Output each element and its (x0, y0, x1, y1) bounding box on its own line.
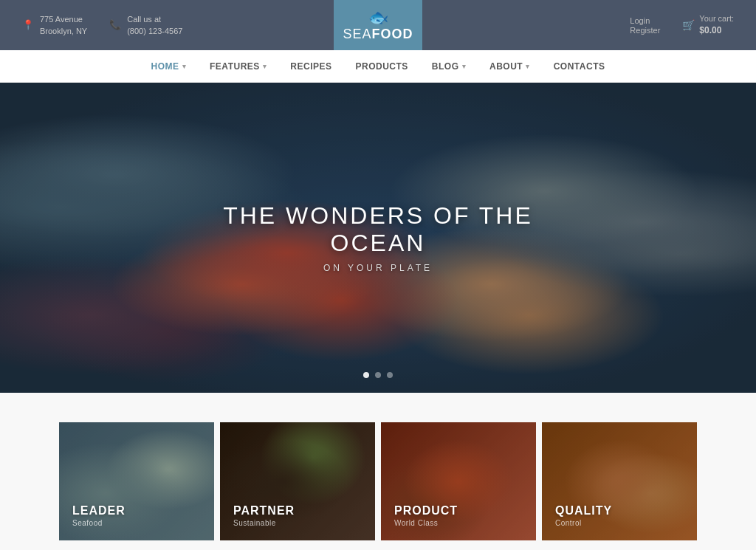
top-bar-right: Login Register 🛒 Your cart: $0.00 (630, 13, 734, 37)
nav-item-contacts[interactable]: CONTACTS (542, 50, 617, 83)
logo-text: SEAFOOD (343, 27, 413, 42)
card-title-partner: PARTNER (233, 504, 295, 518)
hero-dot-1[interactable] (363, 372, 369, 378)
card-sub-leader: Seafood (72, 519, 126, 527)
category-grid: LEADER Seafood PARTNER Sustainable PRODU… (59, 422, 697, 540)
cart-area[interactable]: 🛒 Your cart: $0.00 (682, 13, 734, 37)
card-content-partner: PARTNER Sustainable (233, 504, 295, 527)
card-sub-quality: Control (555, 519, 612, 527)
nav-item-home[interactable]: HOME ▾ (140, 50, 199, 83)
cart-price: $0.00 (699, 24, 734, 37)
nav-item-products[interactable]: PRODUCTS (344, 50, 420, 83)
hero-content: THE WONDERS OF THE OCEAN ON YOUR PLATE (189, 202, 567, 273)
nav-item-about[interactable]: ABOUT ▾ (478, 50, 542, 83)
category-card-product[interactable]: PRODUCT World Class (381, 422, 536, 540)
hero-subtitle: ON YOUR PLATE (189, 263, 567, 273)
address-line1: 775 Avenue (40, 13, 87, 26)
chevron-down-icon: ▾ (462, 63, 467, 70)
phone-info: 📞 Call us at (800) 123-4567 (109, 13, 182, 38)
nav-item-features[interactable]: FEATURES ▾ (198, 50, 278, 83)
card-sub-product: World Class (394, 519, 458, 527)
nav-bar: HOME ▾ FEATURES ▾ RECIPES PRODUCTS BLOG … (0, 50, 756, 83)
chevron-down-icon: ▾ (182, 63, 187, 70)
pin-icon: 📍 (22, 18, 34, 32)
phone-label: Call us at (127, 13, 182, 26)
chevron-down-icon: ▾ (263, 63, 267, 70)
card-content-leader: LEADER Seafood (72, 504, 126, 527)
category-card-partner[interactable]: PARTNER Sustainable (220, 422, 375, 540)
login-label[interactable]: Login (630, 16, 650, 25)
card-content-quality: QUALITY Control (555, 504, 612, 527)
hero-section: THE WONDERS OF THE OCEAN ON YOUR PLATE (0, 83, 756, 393)
top-bar: 📍 775 Avenue Brooklyn, NY 📞 Call us at (… (0, 0, 756, 50)
cart-label: Your cart: (699, 13, 734, 24)
card-content-product: PRODUCT World Class (394, 504, 458, 527)
category-card-quality[interactable]: QUALITY Control (542, 422, 697, 540)
hero-title: THE WONDERS OF THE OCEAN (189, 202, 567, 257)
hero-dot-3[interactable] (387, 372, 393, 378)
login-area[interactable]: Login Register (630, 16, 660, 35)
logo[interactable]: 🐟 SEAFOOD (334, 0, 422, 50)
address-line2: Brooklyn, NY (40, 25, 87, 38)
category-section: LEADER Seafood PARTNER Sustainable PRODU… (0, 393, 756, 550)
card-title-product: PRODUCT (394, 504, 458, 518)
register-label[interactable]: Register (630, 26, 660, 35)
category-card-leader[interactable]: LEADER Seafood (59, 422, 214, 540)
nav-item-blog[interactable]: BLOG ▾ (420, 50, 478, 83)
chevron-down-icon: ▾ (526, 63, 530, 70)
phone-number: (800) 123-4567 (127, 25, 182, 38)
card-title-leader: LEADER (72, 504, 126, 518)
nav-item-recipes[interactable]: RECIPES (278, 50, 343, 83)
fish-icon: 🐟 (368, 8, 388, 27)
card-sub-partner: Sustainable (233, 519, 295, 527)
hero-dots (363, 372, 393, 378)
card-title-quality: QUALITY (555, 504, 612, 518)
phone-icon: 📞 (109, 18, 121, 32)
cart-icon: 🛒 (682, 19, 695, 31)
address-info: 📍 775 Avenue Brooklyn, NY (22, 13, 87, 38)
top-bar-left: 📍 775 Avenue Brooklyn, NY 📞 Call us at (… (22, 13, 182, 38)
hero-dot-2[interactable] (375, 372, 381, 378)
